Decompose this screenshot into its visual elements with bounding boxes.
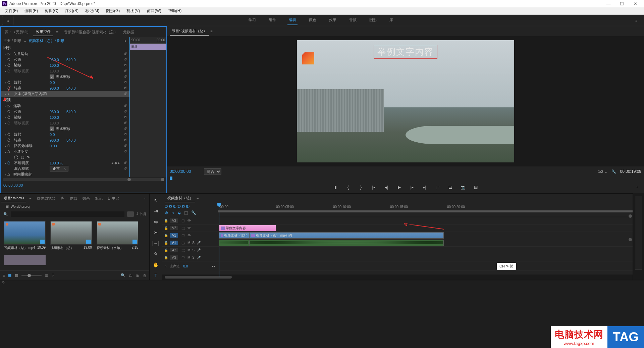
comparison-button[interactable]: ▤ (473, 184, 479, 190)
menu-clip[interactable]: 剪辑(C) (41, 7, 62, 14)
position-x-value[interactable]: 960.0 (50, 110, 66, 114)
work-area-bar[interactable] (218, 210, 633, 212)
tab-project[interactable]: 项目: Word3 (1, 195, 26, 202)
new-bin-icon[interactable]: 🗀 (129, 274, 132, 278)
scale-value[interactable]: 100.0 (50, 63, 66, 67)
type-tool-icon[interactable]: T (152, 271, 160, 280)
minimize-button[interactable]: — (602, 0, 615, 7)
anchor-x-value[interactable]: 960.0 (50, 138, 66, 142)
reset-icon[interactable]: ↺ (124, 74, 127, 79)
panel-menu-icon[interactable]: ≡ (53, 28, 61, 36)
tab-markers[interactable]: 标记 (93, 195, 105, 202)
stopwatch-on-icon[interactable]: Ŏ (7, 161, 13, 165)
settings-button-icon[interactable]: 🔧 (611, 169, 616, 174)
pen-tool-icon[interactable]: ✎ (152, 250, 160, 258)
prop-anchor-row[interactable]: Ŏ 锚点 960.0 540.0 ↺ (1, 85, 129, 91)
lock-icon[interactable]: 🔒 (164, 241, 168, 245)
ec-horizontal-scrollbar[interactable] (1, 177, 166, 182)
uniform-scale-checkbox[interactable]: ✓ (50, 127, 54, 131)
timeline-ruler[interactable]: :00:00 00:00:05:00 00:00:10:00 00:00:15:… (219, 203, 633, 217)
prop-uniform-scale-row[interactable]: ✓ 等比缩放 ↺ (1, 74, 129, 80)
track-content-area[interactable]: 举例文字内容 视频素材（水印 视频素材（总）.mp4 [V] (219, 217, 633, 275)
tab-audio-mixer[interactable]: 音频剪辑混合器: 视频素材（总） (61, 28, 120, 36)
find-icon[interactable]: 🔍 (121, 273, 125, 278)
chevron-down-icon[interactable]: ⌄ (21, 39, 29, 43)
workspace-editing[interactable]: 编辑 (287, 15, 298, 25)
tab-media-browser[interactable]: 媒体浏览器 (35, 195, 58, 202)
track-header-a1[interactable]: 🔒 A1 ⬚ M S 🎤 (162, 239, 219, 247)
reset-icon[interactable]: ↺ (124, 104, 127, 108)
clip-video-watermark[interactable]: 视频素材（水印 (219, 232, 249, 239)
workspace-libraries[interactable]: 库 (388, 15, 394, 25)
menu-help[interactable]: 帮助(H) (165, 7, 185, 14)
menu-marker[interactable]: 标记(M) (82, 7, 103, 14)
reset-icon[interactable]: ↺ (124, 144, 127, 148)
list-view-icon[interactable]: ≡ (3, 274, 5, 278)
reset-icon[interactable]: ↺ (124, 149, 127, 154)
track-label[interactable]: V3 (170, 218, 178, 223)
tab-info[interactable]: 信息 (67, 195, 79, 202)
razor-tool-icon[interactable]: ✂ (152, 229, 160, 237)
reset-icon[interactable]: ↺ (124, 138, 127, 142)
master-volume-value[interactable]: 0.0 (183, 264, 188, 268)
clip-audio-watermark[interactable] (219, 240, 249, 246)
breadcrumb-clip[interactable]: 视频素材（总）* 图形 (29, 38, 64, 43)
reset-icon[interactable]: ↺ (124, 166, 127, 171)
selection-tool-icon[interactable]: ↖ (152, 196, 160, 204)
prop-blend-row[interactable]: 混合模式 正常⌄ ↺ (1, 166, 129, 171)
stopwatch-icon[interactable]: Ŏ (7, 86, 13, 90)
track-select-tool-icon[interactable]: ⇥ (152, 207, 160, 215)
fx-time-remap-row[interactable]: ›fx 时间重映射 (1, 171, 129, 177)
tab-effect-controls[interactable]: 效果控件 (33, 28, 53, 36)
track-target-icon[interactable]: ⬚ (180, 226, 185, 230)
menu-graphics[interactable]: 图形(G) (103, 7, 123, 14)
button-editor-icon[interactable]: + (634, 184, 640, 190)
reset-icon[interactable]: ↺ (124, 63, 127, 67)
workspace-effects[interactable]: 效果 (328, 15, 338, 25)
automate-icon[interactable]: ↧ (51, 273, 54, 278)
workspace-audio[interactable]: 音频 (348, 15, 358, 25)
track-label[interactable]: A3 (170, 255, 178, 260)
step-back-button[interactable]: ◂| (383, 184, 389, 190)
close-button[interactable]: ✕ (629, 0, 642, 7)
panel-menu-icon[interactable]: ≡ (195, 195, 201, 201)
eye-icon[interactable]: 👁 (187, 219, 193, 222)
track-a1-row[interactable] (219, 239, 633, 247)
track-header-v3[interactable]: 🔒 V3 ⬚ 👁 (162, 217, 219, 225)
reset-icon[interactable]: ↺ (124, 69, 127, 73)
voice-over-icon[interactable]: 🎤 (197, 256, 201, 259)
hand-tool-icon[interactable]: ✋ (152, 261, 160, 269)
track-header-a2[interactable]: 🔒 A2 ⬚ M S 🎤 (162, 247, 219, 254)
project-item[interactable]: 视频素材（水印）2:15 (97, 221, 138, 250)
play-button[interactable]: ▶ (396, 184, 402, 190)
rect-mask-icon[interactable]: ▢ (19, 155, 25, 159)
scale-value[interactable]: 100.0 (50, 115, 66, 119)
keyframe-nav-icon[interactable]: ◂ ◆ ▸ (111, 161, 120, 165)
stopwatch-icon[interactable]: Ŏ (7, 144, 13, 148)
program-playhead[interactable] (170, 177, 172, 180)
rotation-value[interactable]: 0.0 (50, 133, 66, 137)
linked-selection-icon[interactable]: ∩ (171, 210, 174, 215)
voice-over-icon[interactable]: 🎤 (197, 241, 201, 245)
prop-rotation-row[interactable]: ›Ŏ 旋转 0.0 ↺ (1, 132, 129, 137)
insert-overwrite-icon[interactable]: ⬚ (184, 210, 188, 215)
zoom-select[interactable]: 1/2 ⌄ (598, 169, 607, 174)
position-x-value[interactable]: 960.0 (50, 58, 66, 62)
reset-icon[interactable]: ↺ (124, 109, 127, 114)
reset-icon[interactable]: ↺ (124, 115, 127, 119)
marker-icon[interactable]: ⬙ (178, 210, 181, 215)
track-header-a3[interactable]: 🔒 A3 ⬚ M S 🎤 (162, 254, 219, 261)
reset-icon[interactable]: ↺ (124, 92, 127, 96)
workspace-assembly[interactable]: 组件 (267, 15, 277, 25)
slip-tool-icon[interactable]: |↔| (152, 239, 160, 247)
track-target-icon[interactable]: ⬚ (180, 219, 185, 222)
new-item-icon[interactable]: 🗎 (136, 274, 140, 278)
track-target-icon[interactable]: ⬚ (180, 248, 185, 252)
timeline-horizontal-scrollbar[interactable] (162, 275, 633, 280)
ec-mini-ruler[interactable]: :00:0000:00 (129, 37, 166, 44)
prop-position-row[interactable]: Ŏ 位置 960.0 540.0 ↺ (1, 109, 129, 114)
thumbnail-size-slider[interactable] (21, 275, 42, 276)
anchor-y-value[interactable]: 540.0 (66, 138, 83, 142)
stopwatch-icon[interactable]: Ŏ (7, 63, 13, 67)
track-a2-row[interactable] (219, 247, 633, 254)
